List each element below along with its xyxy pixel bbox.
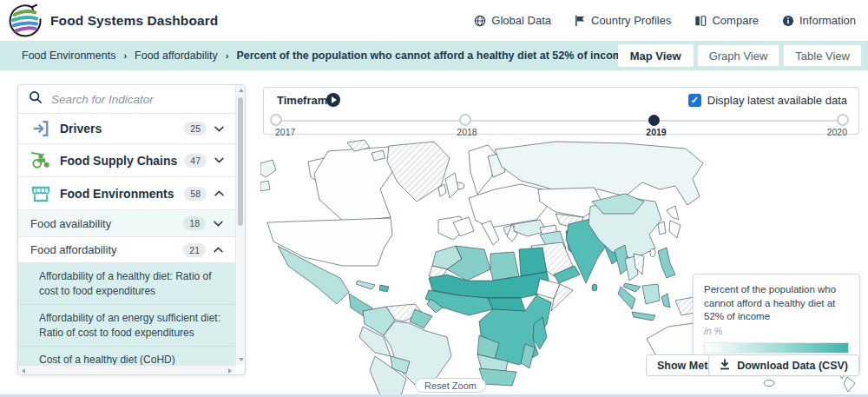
tab-map-view[interactable]: Map View xyxy=(618,44,694,67)
checkbox-checked-icon[interactable]: ✓ xyxy=(688,94,701,107)
sidebar-subsection-food-affordability[interactable]: Food affordability 21 xyxy=(18,237,235,263)
nav-information[interactable]: Information xyxy=(782,14,856,27)
year-slider-track[interactable] xyxy=(277,120,844,122)
tractor-icon xyxy=(30,151,52,169)
tab-graph-view[interactable]: Graph View xyxy=(697,44,780,67)
nav-label: Information xyxy=(799,14,856,27)
timeframe-panel: Timeframe ✓ Display latest available dat… xyxy=(263,87,859,135)
app-logo-icon[interactable] xyxy=(7,3,43,39)
sidebar-horizontal-scrollbar[interactable] xyxy=(18,365,235,374)
reset-zoom-button[interactable]: Reset Zoom xyxy=(415,378,486,393)
count-badge: 21 xyxy=(183,243,206,257)
scroll-right-arrow-icon[interactable] xyxy=(228,368,232,374)
indicator-item[interactable]: Affordability of a healthy diet: Ratio o… xyxy=(18,263,235,305)
subsection-label: Food availability xyxy=(30,217,183,230)
indicator-search-row xyxy=(18,85,235,114)
slider-stop-2020[interactable] xyxy=(837,114,849,126)
breadcrumb-separator: › xyxy=(226,50,229,61)
slider-stop-2019-selected[interactable] xyxy=(648,115,660,126)
chevron-down-icon xyxy=(214,221,223,227)
app-title: Food Systems Dashboard xyxy=(50,13,218,29)
nav-label: Global Data xyxy=(491,14,551,27)
search-icon xyxy=(29,90,43,108)
sidebar-section-label: Drivers xyxy=(60,122,184,136)
timeframe-label: Timeframe xyxy=(277,94,334,107)
year-label: 2020 xyxy=(827,127,847,137)
search-input[interactable] xyxy=(51,93,225,106)
download-data-button[interactable]: Download Data (CSV) xyxy=(708,354,859,376)
year-label: 2017 xyxy=(275,127,295,137)
main-nav: Global Data Country Profiles Compare Inf… xyxy=(474,0,856,41)
slider-stop-2017[interactable] xyxy=(270,114,282,126)
drivers-icon xyxy=(30,120,52,137)
chevron-up-icon xyxy=(214,247,223,253)
flag-icon xyxy=(575,15,586,27)
indicator-sidebar: Drivers 25 Food Supply Chains 47 xyxy=(17,84,246,375)
breadcrumb-food-environments[interactable]: Food Environments xyxy=(22,50,115,62)
legend-gradient-bar xyxy=(704,342,849,354)
count-badge: 58 xyxy=(184,187,207,201)
latest-data-checkbox[interactable]: ✓ Display latest available data xyxy=(688,94,847,107)
download-icon xyxy=(720,359,730,373)
chevron-up-icon xyxy=(214,190,224,196)
slider-stop-2018[interactable] xyxy=(459,114,471,126)
count-badge: 18 xyxy=(183,216,206,230)
subsection-label: Food affordability xyxy=(30,243,183,256)
info-icon xyxy=(782,15,794,27)
nav-global-data[interactable]: Global Data xyxy=(474,14,551,27)
breadcrumb-food-affordability[interactable]: Food affordability xyxy=(135,50,218,62)
tab-table-view[interactable]: Table View xyxy=(783,44,862,67)
count-badge: 25 xyxy=(184,122,207,136)
sidebar-section-label: Food Supply Chains xyxy=(60,154,184,168)
indicator-item[interactable]: Cost of a healthy diet (CoHD) xyxy=(18,347,235,365)
nav-label: Compare xyxy=(712,14,758,27)
chevron-down-icon xyxy=(214,126,224,132)
breadcrumb-current-indicator: Percent of the population who cannot aff… xyxy=(236,50,628,62)
breadcrumb-separator: › xyxy=(123,50,127,61)
storefront-icon xyxy=(30,185,52,202)
nav-label: Country Profiles xyxy=(591,14,671,27)
breadcrumb-bar: Food Environments › Food affordability ›… xyxy=(0,41,868,70)
indicator-item[interactable]: Affordability of an energy sufficient di… xyxy=(18,305,235,347)
checkbox-label: Display latest available data xyxy=(707,94,847,107)
count-badge: 47 xyxy=(184,154,207,168)
download-data-label: Download Data (CSV) xyxy=(737,360,848,372)
play-icon[interactable] xyxy=(326,93,340,107)
scroll-up-arrow-icon[interactable] xyxy=(239,89,244,92)
legend-unit: in % xyxy=(704,326,849,336)
sidebar-subsection-food-availability[interactable]: Food availability 18 xyxy=(18,210,235,237)
app-header: Food Systems Dashboard Global Data Count… xyxy=(0,0,868,41)
chevron-down-icon xyxy=(214,157,224,163)
nav-compare[interactable]: Compare xyxy=(694,14,758,27)
scroll-left-arrow-icon[interactable] xyxy=(22,368,25,374)
sidebar-section-food-environments[interactable]: Food Environments 58 xyxy=(18,177,235,210)
sidebar-section-label: Food Environments xyxy=(60,187,184,201)
year-label: 2018 xyxy=(457,127,477,137)
legend-title: Percent of the population who cannot aff… xyxy=(704,283,849,324)
view-tabs: Map View Graph View Table View xyxy=(618,44,862,67)
food-systems-dashboard-page: Food Systems Dashboard Global Data Count… xyxy=(0,0,868,397)
sidebar-section-food-supply-chains[interactable]: Food Supply Chains 47 xyxy=(18,144,235,177)
scrollbar-thumb[interactable] xyxy=(238,97,243,226)
scroll-down-arrow-icon[interactable] xyxy=(239,358,244,361)
sidebar-vertical-scrollbar[interactable] xyxy=(235,85,245,365)
year-label-selected: 2019 xyxy=(646,127,666,137)
nav-country-profiles[interactable]: Country Profiles xyxy=(575,14,671,27)
globe-icon xyxy=(474,15,486,27)
sidebar-section-drivers[interactable]: Drivers 25 xyxy=(18,114,235,144)
compare-icon xyxy=(694,15,707,27)
